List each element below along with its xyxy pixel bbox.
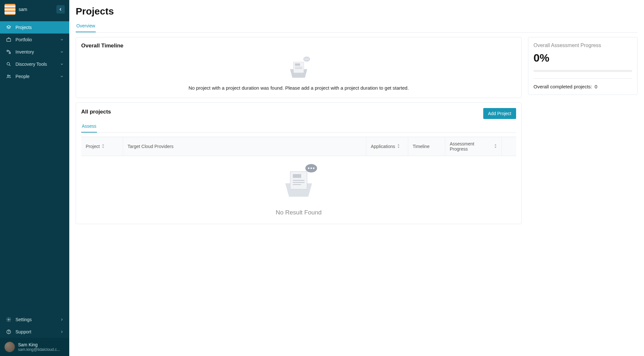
help-icon xyxy=(6,329,12,335)
main-content: Projects Overview Overall Timeline xyxy=(69,0,644,356)
empty-timeline-message: No project with a project duration was f… xyxy=(81,85,516,91)
user-email: sam.king@tidalcloud.c... xyxy=(18,347,60,352)
workspace-name: sam xyxy=(19,7,53,12)
chevron-down-icon xyxy=(60,37,63,42)
svg-point-25 xyxy=(313,167,314,169)
svg-rect-10 xyxy=(295,64,300,66)
svg-rect-18 xyxy=(293,174,301,178)
completed-projects-label: Overall completed projects: xyxy=(533,84,592,89)
sidebar-item-discovery-tools[interactable]: Discovery Tools xyxy=(0,58,69,70)
sidebar-item-portfolio[interactable]: Portfolio xyxy=(0,34,69,46)
column-header-actions xyxy=(502,137,516,156)
page-title: Projects xyxy=(76,6,638,17)
chevron-down-icon xyxy=(60,62,63,67)
chevron-left-icon xyxy=(59,7,62,12)
sidebar-item-label: Discovery Tools xyxy=(15,62,47,67)
sitemap-icon xyxy=(6,49,12,55)
progress-percentage: 0% xyxy=(533,52,632,64)
sidebar-item-projects[interactable]: Projects xyxy=(0,21,69,34)
sidebar-item-settings[interactable]: Settings xyxy=(0,313,69,326)
projects-table-header: Project Target Cloud Providers Applicati… xyxy=(81,137,516,156)
gear-icon xyxy=(6,317,12,322)
svg-rect-2 xyxy=(9,52,10,54)
page-tabs: Overview xyxy=(76,21,638,33)
users-icon xyxy=(6,74,12,79)
svg-point-15 xyxy=(306,59,307,60)
sidebar-item-people[interactable]: People xyxy=(0,70,69,83)
svg-point-3 xyxy=(7,63,10,65)
sidebar-item-inventory[interactable]: Inventory xyxy=(0,46,69,58)
layers-icon xyxy=(6,25,12,30)
sidebar-item-label: People xyxy=(15,74,30,79)
completed-projects-count: 0 xyxy=(595,84,597,89)
column-header-progress[interactable]: Assessment Progress xyxy=(445,137,502,156)
svg-point-14 xyxy=(305,59,306,60)
sidebar-item-label: Inventory xyxy=(15,49,34,54)
sidebar-item-support[interactable]: Support xyxy=(0,326,69,338)
column-header-timeline[interactable]: Timeline xyxy=(408,137,445,156)
card-title: Overall Timeline xyxy=(81,43,516,49)
tab-overview[interactable]: Overview xyxy=(76,21,96,32)
sidebar-collapse-button[interactable] xyxy=(56,5,65,14)
sidebar-item-label: Projects xyxy=(15,25,32,30)
chevron-down-icon xyxy=(60,49,63,54)
svg-point-8 xyxy=(9,333,9,333)
tab-assess[interactable]: Assess xyxy=(81,120,97,133)
column-header-applications[interactable]: Applications xyxy=(366,137,408,156)
svg-rect-1 xyxy=(7,50,8,52)
all-projects-card: All projects Add Project Assess Project … xyxy=(76,103,522,224)
empty-inbox-icon xyxy=(278,162,320,202)
sort-icon xyxy=(102,144,104,149)
sidebar: sam Projects Portfolio Inventory xyxy=(0,0,69,356)
card-title: All projects xyxy=(81,109,111,115)
column-header-project[interactable]: Project xyxy=(81,137,123,156)
overall-timeline-card: Overall Timeline xyxy=(76,37,522,98)
svg-point-6 xyxy=(8,319,9,320)
sidebar-item-label: Support xyxy=(15,329,31,334)
sidebar-header: sam xyxy=(0,0,69,19)
project-subtabs: Assess xyxy=(81,120,516,133)
sort-icon xyxy=(397,144,400,149)
briefcase-icon xyxy=(6,37,12,43)
chevron-right-icon xyxy=(60,317,63,322)
primary-nav: Projects Portfolio Inventory Discovery T… xyxy=(0,19,69,313)
svg-rect-0 xyxy=(7,39,11,42)
app-logo xyxy=(5,4,15,15)
sidebar-item-label: Settings xyxy=(15,317,32,322)
add-project-button[interactable]: Add Project xyxy=(483,108,516,119)
column-header-cloud[interactable]: Target Cloud Providers xyxy=(123,137,366,156)
svg-point-23 xyxy=(308,167,310,169)
svg-point-5 xyxy=(9,75,10,76)
sort-icon xyxy=(494,144,497,149)
svg-point-24 xyxy=(311,167,312,169)
user-name: Sam King xyxy=(18,342,60,347)
no-result-message: No Result Found xyxy=(81,209,516,216)
avatar xyxy=(5,342,15,352)
sidebar-item-label: Portfolio xyxy=(15,37,32,42)
chevron-right-icon xyxy=(60,329,63,334)
secondary-nav: Settings Support Sam King sam.king@tidal… xyxy=(0,313,69,356)
progress-bar xyxy=(533,70,632,72)
svg-point-16 xyxy=(308,59,309,60)
card-title: Overall Assessment Progress xyxy=(533,43,632,48)
user-profile[interactable]: Sam King sam.king@tidalcloud.c... xyxy=(0,338,69,356)
empty-inbox-icon xyxy=(284,55,313,82)
chevron-down-icon xyxy=(60,74,63,79)
assessment-progress-card: Overall Assessment Progress 0% Overall c… xyxy=(528,37,638,95)
search-icon xyxy=(6,61,12,67)
svg-point-4 xyxy=(7,75,9,76)
